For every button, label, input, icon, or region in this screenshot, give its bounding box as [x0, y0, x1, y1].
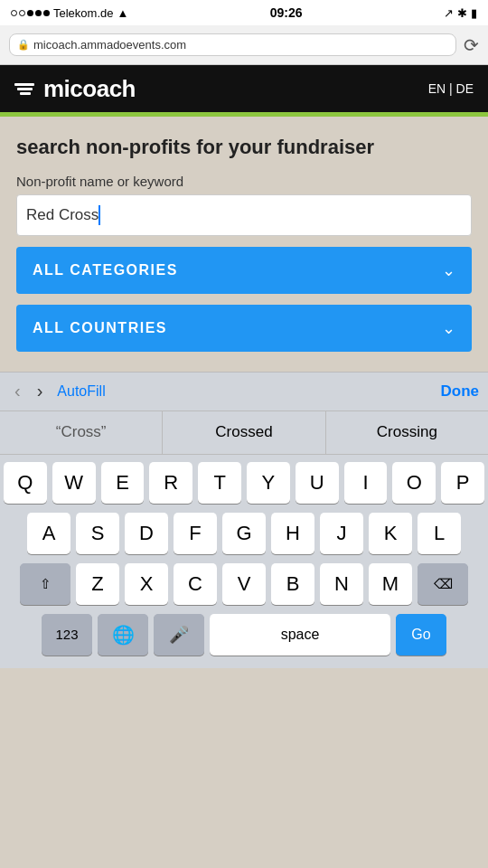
suggestion-item-0[interactable]: “Cross” — [0, 411, 163, 454]
suggestion-item-1[interactable]: Crossed — [163, 411, 325, 454]
field-label: Non-profit name or keyword — [16, 174, 472, 189]
language-switch[interactable]: EN | DE — [428, 81, 474, 96]
app-title-suffix: coach — [70, 75, 136, 102]
adidas-stripe-3 — [20, 92, 31, 95]
toolbar-nav: ‹ › AutoFill — [9, 377, 106, 405]
time-display: 09:26 — [270, 5, 303, 20]
delete-key[interactable]: ⌫ — [418, 563, 468, 605]
suggestion-item-2[interactable]: Crossing — [326, 411, 488, 454]
carrier-label: Telekom.de — [53, 6, 113, 20]
bluetooth-icon: ✱ — [457, 6, 467, 20]
suggestion-text-1: Crossed — [215, 423, 272, 441]
search-value: Red Cross — [26, 206, 99, 224]
suggestion-text-0: “Cross” — [56, 423, 107, 441]
adidas-stripe-1 — [14, 83, 34, 86]
lang-de[interactable]: DE — [456, 81, 474, 96]
lang-separator: | — [449, 81, 453, 96]
search-input-wrapper[interactable]: Red Cross — [16, 194, 472, 236]
key-w[interactable]: W — [52, 462, 96, 504]
lang-en[interactable]: EN — [428, 81, 446, 96]
key-c[interactable]: C — [174, 563, 217, 605]
status-left: Telekom.de ▲ — [11, 6, 128, 20]
header-logo: micoach — [14, 75, 136, 103]
countries-dropdown[interactable]: ALL COUNTRIES ⌄ — [16, 305, 472, 352]
microphone-key[interactable]: 🎤 — [154, 614, 204, 656]
key-y[interactable]: Y — [247, 462, 290, 504]
signal-dot-1 — [11, 10, 17, 16]
app-title: micoach — [43, 75, 136, 103]
key-b[interactable]: B — [271, 563, 314, 605]
adidas-stripe-2 — [17, 88, 33, 90]
key-f[interactable]: F — [174, 513, 217, 554]
key-g[interactable]: G — [222, 513, 266, 554]
browser-bar: 🔒 micoach.ammadoevents.com ⟳ — [0, 25, 488, 65]
text-cursor — [99, 205, 100, 225]
key-q[interactable]: Q — [4, 462, 47, 504]
key-h[interactable]: H — [271, 513, 314, 554]
signal-dots — [11, 10, 50, 16]
refresh-button[interactable]: ⟳ — [464, 34, 479, 56]
keyboard-row-1: Q W E R T Y U I O P — [4, 462, 484, 504]
key-r[interactable]: R — [149, 462, 192, 504]
location-icon: ↗ — [444, 6, 454, 20]
keyboard-row-2: A S D F G H J K L — [4, 513, 484, 554]
key-k[interactable]: K — [369, 513, 412, 554]
keyboard-row-4: 123 🌐 🎤 space Go — [4, 614, 484, 656]
suggestion-text-2: Crossing — [377, 423, 437, 441]
signal-dot-2 — [19, 10, 25, 16]
shift-key[interactable]: ⇧ — [20, 563, 70, 605]
page-title: search non-profits for your fundraiser — [16, 135, 472, 161]
key-e[interactable]: E — [101, 462, 145, 504]
lock-icon: 🔒 — [17, 39, 30, 51]
key-m[interactable]: M — [369, 563, 412, 605]
signal-dot-4 — [35, 10, 42, 16]
chevron-down-icon-2: ⌄ — [442, 318, 455, 338]
url-box[interactable]: 🔒 micoach.ammadoevents.com — [9, 33, 456, 56]
key-p[interactable]: P — [441, 462, 484, 504]
key-s[interactable]: S — [76, 513, 119, 554]
categories-label: ALL CATEGORIES — [33, 262, 178, 278]
categories-dropdown[interactable]: ALL CATEGORIES ⌄ — [16, 247, 472, 294]
app-title-prefix: mi — [43, 75, 70, 102]
key-u[interactable]: U — [296, 462, 339, 504]
key-a[interactable]: A — [27, 513, 70, 554]
numbers-key[interactable]: 123 — [42, 614, 92, 656]
main-content: search non-profits for your fundraiser N… — [0, 117, 488, 372]
wifi-icon: ▲ — [117, 6, 128, 20]
keyboard: Q W E R T Y U I O P A S D F G H J K L ⇧ … — [0, 455, 488, 668]
key-d[interactable]: D — [125, 513, 168, 554]
suggestions-row: “Cross” Crossed Crossing — [0, 411, 488, 455]
chevron-down-icon: ⌄ — [442, 260, 455, 280]
signal-dot-3 — [27, 10, 33, 16]
autofill-button[interactable]: AutoFill — [57, 383, 105, 400]
key-l[interactable]: L — [418, 513, 461, 554]
next-field-button[interactable]: › — [32, 377, 49, 405]
key-x[interactable]: X — [125, 563, 168, 605]
go-key[interactable]: Go — [396, 614, 446, 656]
done-button[interactable]: Done — [441, 382, 480, 401]
key-i[interactable]: I — [344, 462, 388, 504]
app-header: micoach EN | DE — [0, 65, 488, 112]
key-v[interactable]: V — [222, 563, 266, 605]
key-z[interactable]: Z — [76, 563, 119, 605]
signal-dot-5 — [43, 10, 50, 16]
space-key[interactable]: space — [210, 614, 390, 656]
keyboard-row-3: ⇧ Z X C V B N M ⌫ — [4, 563, 484, 605]
url-text: micoach.ammadoevents.com — [33, 38, 186, 52]
prev-field-button[interactable]: ‹ — [9, 377, 26, 405]
adidas-logo — [14, 83, 34, 95]
key-t[interactable]: T — [198, 462, 241, 504]
key-n[interactable]: N — [320, 563, 363, 605]
battery-icon: ▮ — [471, 6, 477, 20]
key-j[interactable]: J — [320, 513, 363, 554]
globe-key[interactable]: 🌐 — [98, 614, 148, 656]
key-o[interactable]: O — [392, 462, 436, 504]
keyboard-toolbar: ‹ › AutoFill Done — [0, 372, 488, 411]
status-right: ↗ ✱ ▮ — [444, 6, 477, 20]
status-bar: Telekom.de ▲ 09:26 ↗ ✱ ▮ — [0, 0, 488, 25]
countries-label: ALL COUNTRIES — [33, 320, 167, 336]
